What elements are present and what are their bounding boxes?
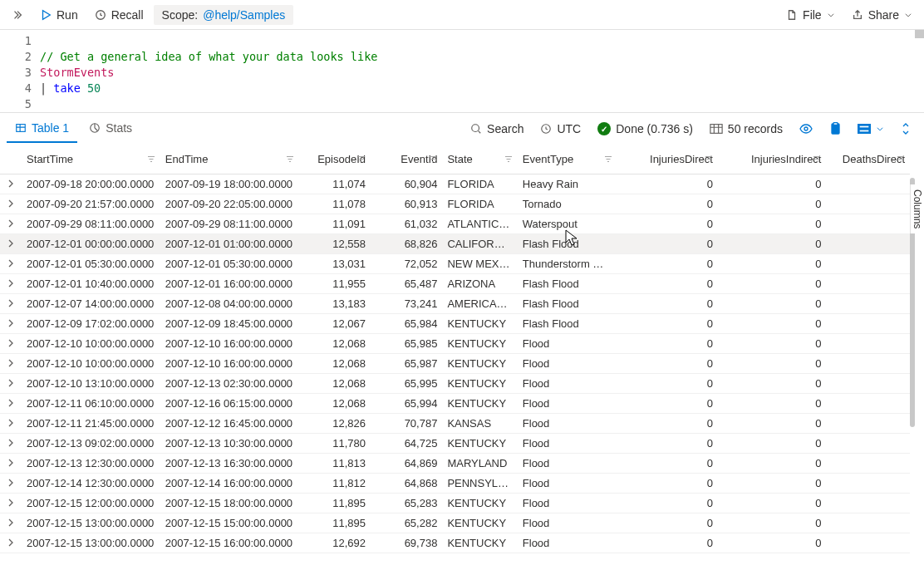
table-cell: 11,074: [299, 174, 371, 194]
table-cell: 61,032: [371, 214, 442, 234]
table-cell: 73,241: [371, 294, 442, 314]
table-row[interactable]: 2007-12-10 13:10:00.00002007-12-13 02:30…: [0, 374, 910, 394]
table-row[interactable]: 2007-12-01 10:40:00.00002007-12-01 16:00…: [0, 274, 910, 294]
expand-button[interactable]: [894, 120, 917, 138]
row-expand-chevron[interactable]: [0, 194, 22, 214]
columns-panel-tab[interactable]: Columns: [910, 184, 924, 233]
timezone-button[interactable]: UTC: [533, 119, 587, 139]
table-row[interactable]: 2007-12-15 13:00:00.00002007-12-15 16:00…: [0, 533, 910, 553]
panel-toggle-button[interactable]: [5, 6, 30, 24]
chevrons-right-icon: [12, 9, 23, 21]
tab-table[interactable]: Table 1: [7, 115, 77, 143]
table-cell: 65,984: [371, 314, 442, 334]
table-cell: 13,031: [299, 254, 371, 274]
table-cell: [826, 533, 910, 553]
table-row[interactable]: 2007-09-29 08:11:00.00002007-09-29 08:11…: [0, 214, 910, 234]
table-row[interactable]: 2007-12-13 12:30:00.00002007-12-13 16:30…: [0, 454, 910, 474]
row-expand-chevron[interactable]: [0, 434, 22, 454]
column-header[interactable]: EventType: [518, 145, 618, 174]
table-row[interactable]: 2007-12-07 14:00:00.00002007-12-08 04:00…: [0, 294, 910, 314]
chevron-down-icon: [904, 11, 912, 19]
column-header[interactable]: EndTime: [160, 145, 299, 174]
filter-icon[interactable]: [504, 153, 513, 165]
column-header[interactable]: EpisodeId: [299, 145, 371, 174]
share-menu-button[interactable]: Share: [845, 5, 919, 25]
column-header[interactable]: EventId: [371, 145, 442, 174]
table-row[interactable]: 2007-12-13 09:02:00.00002007-12-13 10:30…: [0, 434, 910, 454]
row-expand-chevron[interactable]: [0, 454, 22, 474]
table-row[interactable]: 2007-09-18 20:00:00.00002007-09-19 18:00…: [0, 174, 910, 194]
row-expand-chevron[interactable]: [0, 314, 22, 334]
svg-point-6: [804, 127, 808, 130]
filter-icon[interactable]: [429, 153, 437, 165]
file-menu-button[interactable]: File: [779, 5, 842, 25]
run-button[interactable]: Run: [33, 5, 85, 25]
column-header[interactable]: State: [442, 145, 517, 174]
table-row[interactable]: 2007-12-01 05:30:00.00002007-12-01 05:30…: [0, 254, 910, 274]
row-expand-chevron[interactable]: [0, 374, 22, 394]
copy-button[interactable]: [823, 119, 848, 139]
query-editor[interactable]: 12345 // Get a general idea of what your…: [0, 30, 924, 113]
row-expand-chevron[interactable]: [0, 234, 22, 254]
table-cell: [826, 394, 910, 414]
tab-stats[interactable]: Stats: [81, 115, 140, 143]
editor-minimap-scroll[interactable]: [915, 30, 924, 38]
table-row[interactable]: 2007-12-14 12:30:00.00002007-12-14 16:00…: [0, 474, 910, 494]
row-expand-chevron[interactable]: [0, 174, 22, 194]
hide-empty-button[interactable]: [793, 120, 819, 138]
filter-icon[interactable]: [357, 153, 366, 165]
table-row[interactable]: 2007-12-09 17:02:00.00002007-12-09 18:45…: [0, 314, 910, 334]
recall-button[interactable]: Recall: [88, 5, 150, 25]
row-expand-chevron[interactable]: [0, 533, 22, 553]
column-header[interactable]: InjuriesDirect: [617, 145, 718, 174]
filter-icon[interactable]: [813, 153, 821, 165]
table-cell: Flood: [518, 533, 618, 553]
status-text: Done (0.736 s): [616, 122, 693, 135]
results-grid[interactable]: StartTimeEndTimeEpisodeIdEventIdStateEve…: [0, 145, 910, 553]
table-row[interactable]: 2007-12-10 10:00:00.00002007-12-10 16:00…: [0, 354, 910, 374]
table-row[interactable]: 2007-12-01 00:00:00.00002007-12-01 01:00…: [0, 234, 910, 254]
column-header[interactable]: InjuriesIndirect: [718, 145, 827, 174]
table-cell: 2007-09-19 18:00:00.0000: [160, 174, 299, 194]
row-expand-chevron[interactable]: [0, 294, 22, 314]
row-expand-chevron[interactable]: [0, 334, 22, 354]
row-expand-chevron[interactable]: [0, 394, 22, 414]
search-button[interactable]: Search: [464, 119, 530, 139]
table-row[interactable]: 2007-12-10 10:00:00.00002007-12-10 16:00…: [0, 334, 910, 354]
filter-icon[interactable]: [147, 153, 155, 165]
table-row[interactable]: 2007-12-15 12:00:00.00002007-12-15 18:00…: [0, 494, 910, 513]
table-cell: Waterspout: [518, 214, 618, 234]
row-expand-chevron[interactable]: [0, 494, 22, 513]
table-row[interactable]: 2007-12-11 21:45:00.00002007-12-12 16:45…: [0, 414, 910, 434]
table-cell: 2007-12-01 05:30:00.0000: [22, 254, 160, 274]
table-row[interactable]: 2007-09-20 21:57:00.00002007-09-20 22:05…: [0, 194, 910, 214]
table-cell: [826, 434, 910, 454]
row-expand-chevron[interactable]: [0, 214, 22, 234]
table-cell: 0: [718, 214, 827, 234]
layout-button[interactable]: [851, 120, 891, 137]
row-expand-chevron[interactable]: [0, 474, 22, 494]
row-expand-chevron[interactable]: [0, 274, 22, 294]
filter-icon[interactable]: [705, 153, 713, 165]
column-header[interactable]: DeathsDirect: [826, 145, 910, 174]
table-cell: 0: [718, 314, 827, 334]
table-cell: 0: [617, 414, 718, 434]
row-expand-chevron[interactable]: [0, 354, 22, 374]
table-row[interactable]: 2007-12-15 13:00:00.00002007-12-15 15:00…: [0, 513, 910, 533]
table-cell: 2007-09-29 08:11:00.0000: [160, 214, 299, 234]
row-expand-chevron[interactable]: [0, 254, 22, 274]
table-row[interactable]: 2007-12-11 06:10:00.00002007-12-16 06:15…: [0, 394, 910, 414]
filter-icon[interactable]: [286, 153, 294, 165]
table-cell: [826, 474, 910, 494]
scope-selector[interactable]: Scope: @help/Samples: [154, 5, 294, 25]
row-expand-chevron[interactable]: [0, 414, 22, 434]
table-cell: 0: [718, 474, 827, 494]
filter-icon[interactable]: [897, 153, 905, 165]
table-cell: NEW MEX…: [442, 254, 517, 274]
row-expand-chevron[interactable]: [0, 513, 22, 533]
utc-label: UTC: [557, 122, 581, 135]
column-header[interactable]: StartTime: [22, 145, 160, 174]
filter-icon[interactable]: [604, 153, 612, 165]
table-cell: [826, 294, 910, 314]
editor-code[interactable]: // Get a general idea of what your data …: [40, 30, 377, 112]
